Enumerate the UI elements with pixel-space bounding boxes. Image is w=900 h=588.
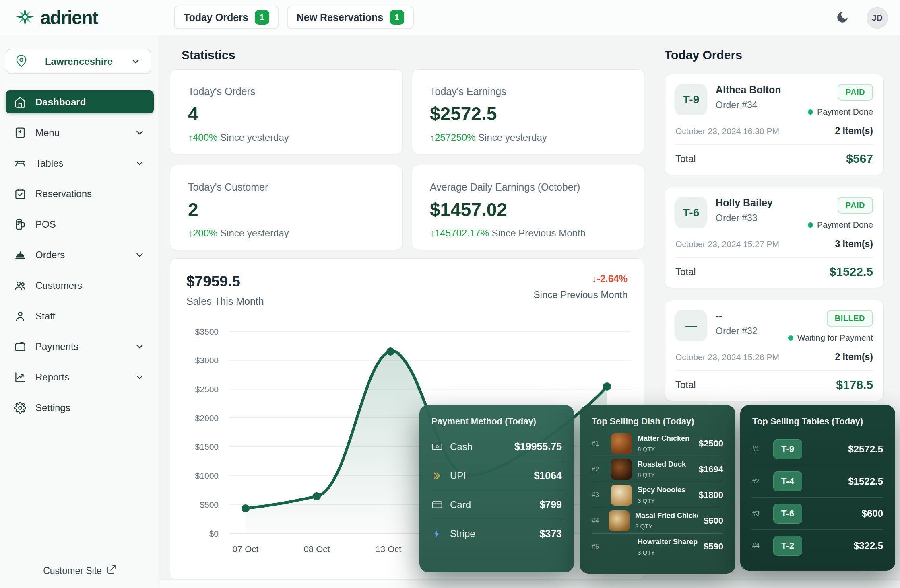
sidebar-item-menu[interactable]: Menu [6,121,154,144]
home-icon [14,96,27,109]
svg-text:$3000: $3000 [195,356,219,365]
dish-image [611,459,632,480]
status-badge: PAID [838,84,873,101]
order-total: $1522.5 [830,265,873,279]
stripe-icon [431,528,444,540]
stat-value: 4 [188,103,384,125]
topbar: adrient Today Orders 1 New Reservations … [0,0,900,35]
stat-value: $2572.5 [430,103,626,125]
sidebar-item-staff[interactable]: Staff [6,304,154,327]
sales-delta-note: Since Previous Month [534,289,628,300]
customer-name: Holly Bailey [716,197,773,209]
svg-text:$2000: $2000 [195,413,219,423]
wallet-icon [14,340,27,353]
payment-method-row: Stripe $373 [431,519,562,548]
sidebar-item-reports[interactable]: Reports [6,366,154,389]
stat-value: $1457.02 [430,199,626,220]
logo-mark-icon [14,6,36,30]
stat-delta: ↑400% [188,132,217,143]
order-card[interactable]: — -- Order #32 BILLED Waiting for Paymen… [665,300,884,401]
stat-card-todays-earnings: Today's Earnings $2572.5 ↑257250% Since … [412,69,644,154]
divider [675,144,873,145]
data-point [313,492,321,500]
order-items-count: 3 Item(s) [835,238,873,249]
order-card[interactable]: T-9 Althea Bolton Order #34 PAID Payment… [665,74,884,175]
location-selector[interactable]: Lawrenceshire [6,49,151,74]
tables-icon [14,157,27,170]
order-total: $178.5 [836,378,873,392]
sidebar-item-pos[interactable]: POS [6,213,154,236]
status-badge: BILLED [827,310,873,327]
dish-image [611,536,632,557]
payment-status-dot [808,222,813,228]
stat-value: 2 [188,199,384,220]
data-point [242,504,250,512]
card-icon [431,499,444,511]
top-selling-dish-panel: Top Selling Dish (Today) #1 Matter Chick… [580,405,735,574]
svg-text:$1000: $1000 [195,471,219,480]
payment-status-dot [788,335,793,341]
svg-text:$1500: $1500 [195,442,219,451]
svg-text:07 Oct: 07 Oct [233,544,259,554]
sidebar-item-payments[interactable]: Payments [6,335,154,358]
topbar-buttons: Today Orders 1 New Reservations 1 [174,6,414,29]
dark-mode-toggle[interactable] [834,9,851,27]
trend-chart-icon [14,371,27,384]
divider [675,370,873,371]
table-chip: — [675,310,707,341]
app-logo: adrient [14,6,98,30]
stat-card-average-daily-earnings: Average Daily Earnings (October) $1457.0… [412,165,644,250]
dashboard-page: adrient Today Orders 1 New Reservations … [0,0,900,588]
customer-name: -- [716,310,758,322]
new-reservations-button[interactable]: New Reservations 1 [287,6,414,29]
calendar-check-icon [14,187,27,200]
customer-site-link[interactable]: Customer Site [0,565,159,577]
stat-card-todays-customer: Today's Customer 2 ↑200% Since yesterday [170,165,403,250]
table-chip: T-2 [773,536,802,556]
sales-subtitle: Sales This Month [186,296,264,307]
sidebar-item-reservations[interactable]: Reservations [6,182,154,205]
sidebar-item-dashboard[interactable]: Dashboard [6,90,154,113]
logo-text: adrient [40,7,98,29]
payment-status: Waiting for Payment [797,333,873,343]
today-orders-count-badge: 1 [255,10,269,25]
dish-row: #2 Roasted Duck 8 QTY $1694 [592,456,723,482]
external-link-icon [107,565,116,577]
order-number: Order #33 [716,213,773,224]
order-number: Order #32 [716,326,758,337]
table-chip: T-9 [773,439,802,459]
table-row: #3 T-6 $600 [752,498,883,530]
bottom-scroll-strip[interactable] [160,579,900,588]
sidebar-item-tables[interactable]: Tables [6,152,154,175]
sidebar-item-customers[interactable]: Customers [6,274,154,297]
data-point [386,347,394,356]
location-pin-icon [15,55,27,68]
stat-delta: ↑145702.17% [430,228,489,238]
order-datetime: October 23, 2024 16:30 PM [675,126,779,136]
sidebar-item-orders[interactable]: Orders [6,243,154,266]
table-row: #4 T-2 $322.5 [752,530,883,562]
dish-image [611,485,632,506]
today-orders-button[interactable]: Today Orders 1 [174,6,279,29]
order-card[interactable]: T-6 Holly Bailey Order #33 PAID Payment … [665,187,884,288]
svg-text:$3500: $3500 [195,327,219,336]
dish-row: #4 Masal Fried Chicken Burger 3 QTY $600 [592,508,723,534]
dish-row: #1 Matter Chicken 8 QTY $2500 [592,431,723,456]
today-orders-title: Today Orders [665,48,884,62]
customer-name: Althea Bolton [716,84,781,96]
sales-total: $7959.5 [186,273,264,290]
dish-row: #3 Spcy Noooles 3 QTY $1800 [592,482,723,508]
svg-text:$0: $0 [209,529,219,538]
top-selling-tables-panel: Top Selling Tables (Today) #1 T-9 $2572.… [740,405,895,571]
statistics-title: Statistics [182,48,235,62]
chevron-down-icon [130,56,142,67]
location-label: Lawrenceshire [38,56,120,67]
svg-text:08 Oct: 08 Oct [304,544,330,554]
payment-method-row: Card $799 [431,490,562,519]
chevron-down-icon [134,249,146,261]
avatar[interactable]: JD [867,7,888,29]
chevron-down-icon [134,158,146,169]
payment-status-dot [808,109,813,115]
chevron-down-icon [134,372,146,383]
sidebar-item-settings[interactable]: Settings [6,396,154,419]
